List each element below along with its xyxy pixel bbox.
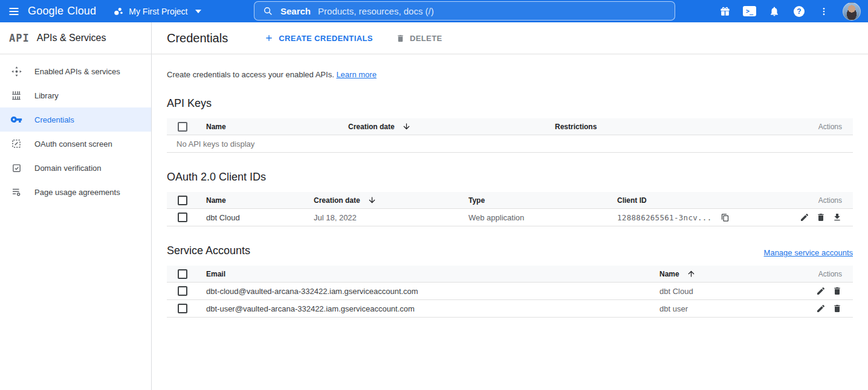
select-all-checkbox[interactable]	[178, 196, 187, 205]
delete-trash-icon[interactable]	[832, 286, 842, 296]
search-label: Search	[280, 6, 311, 16]
chevron-down-icon	[195, 10, 201, 13]
column-header-actions: Actions	[818, 196, 853, 205]
name-label: Name	[659, 270, 679, 278]
table-row: dbt-cloud@vaulted-arcana-332422.iam.gser…	[167, 283, 853, 300]
oauth-client-name: dbt Cloud	[206, 213, 314, 222]
sidebar-item-domain-verification[interactable]: Domain verification	[0, 156, 151, 180]
topbar-actions: >_ ?	[715, 0, 861, 22]
user-avatar[interactable]	[843, 2, 861, 21]
api-keys-table: Name Creation date Restrictions Actions …	[167, 118, 853, 153]
client-id-value: 128886265561-3ncv...	[617, 213, 712, 222]
column-header-name[interactable]: Name	[659, 269, 818, 278]
key-icon	[10, 113, 22, 126]
sidebar-item-label: Library	[34, 91, 59, 100]
oauth-clients-table: Name Creation date Type Client ID Action…	[167, 192, 853, 226]
consent-screen-icon	[10, 138, 22, 150]
agreements-icon	[10, 186, 22, 198]
sidebar-item-enabled-apis[interactable]: Enabled APIs & services	[0, 59, 151, 83]
api-keys-header-row: Name Creation date Restrictions Actions	[167, 118, 853, 135]
select-all-checkbox[interactable]	[178, 122, 187, 132]
project-switcher[interactable]: My First Project	[113, 6, 201, 17]
column-header-name[interactable]: Name	[206, 123, 348, 131]
gift-icon	[719, 5, 731, 17]
api-keys-empty-state: No API keys to display	[167, 135, 853, 153]
create-credentials-button[interactable]: CREATE CREDENTIALS	[264, 33, 373, 43]
hub-icon	[10, 65, 22, 77]
column-header-creation-date[interactable]: Creation date	[348, 122, 555, 131]
search-placeholder: Products, resources, docs (/)	[318, 6, 434, 16]
service-account-email: dbt-user@vaulted-arcana-332422.iam.gserv…	[206, 304, 659, 313]
row-checkbox[interactable]	[178, 304, 187, 313]
column-header-creation-date[interactable]: Creation date	[314, 196, 468, 205]
hamburger-menu-button[interactable]	[0, 0, 28, 22]
search-icon	[263, 6, 273, 16]
service-header: API APIs & Services	[0, 22, 152, 54]
edit-pencil-icon[interactable]	[816, 286, 826, 296]
notifications-bell-icon	[769, 6, 780, 17]
kebab-menu-icon	[819, 7, 829, 16]
create-credentials-label: CREATE CREDENTIALS	[279, 34, 373, 43]
sidebar-item-label: OAuth consent screen	[34, 139, 112, 149]
sidebar-item-oauth-consent[interactable]: OAuth consent screen	[0, 132, 151, 156]
sidebar-item-library[interactable]: Library	[0, 83, 151, 107]
column-header-actions: Actions	[818, 123, 853, 131]
logo-cloud-text: Cloud	[67, 5, 96, 18]
sort-asc-arrow-icon	[687, 269, 696, 278]
sort-desc-arrow-icon	[402, 122, 411, 131]
row-actions	[800, 213, 853, 222]
manage-service-accounts-link[interactable]: Manage service accounts	[764, 248, 853, 257]
free-trial-gift-button[interactable]	[715, 2, 734, 21]
row-actions	[816, 286, 853, 296]
sort-desc-arrow-icon	[368, 196, 377, 205]
sidebar-item-label: Domain verification	[34, 164, 102, 173]
service-accounts-heading: Service Accounts	[167, 245, 250, 257]
learn-more-link[interactable]: Learn more	[336, 70, 376, 79]
column-header-restrictions[interactable]: Restrictions	[555, 123, 818, 131]
column-header-name[interactable]: Name	[206, 196, 314, 205]
delete-button[interactable]: DELETE	[396, 34, 442, 43]
cloud-shell-icon: >_	[743, 6, 756, 16]
column-header-type[interactable]: Type	[468, 196, 617, 205]
column-header-email[interactable]: Email	[206, 270, 659, 278]
service-account-name: dbt Cloud	[659, 287, 816, 296]
copy-icon[interactable]	[721, 213, 730, 222]
oauth-client-creation-date: Jul 18, 2022	[314, 213, 468, 222]
delete-trash-icon[interactable]	[816, 213, 826, 222]
service-account-email: dbt-cloud@vaulted-arcana-332422.iam.gser…	[206, 287, 659, 296]
service-accounts-table: Email Name Actions dbt-cloud@vaulted-arc…	[167, 266, 853, 318]
secondary-header: API APIs & Services Credentials CREATE C…	[0, 22, 868, 54]
page-title: Credentials	[167, 31, 228, 45]
library-icon	[10, 89, 22, 101]
domain-verification-icon	[10, 162, 22, 174]
service-title: APIs & Services	[37, 33, 106, 43]
download-icon[interactable]	[832, 213, 842, 222]
api-service-logo: API	[9, 32, 30, 44]
project-name: My First Project	[129, 7, 187, 16]
api-keys-heading: API Keys	[167, 97, 853, 110]
edit-pencil-icon[interactable]	[816, 304, 826, 313]
oauth-clients-heading: OAuth 2.0 Client IDs	[167, 171, 853, 184]
page-header: Credentials CREATE CREDENTIALS DELETE	[152, 22, 868, 54]
edit-pencil-icon[interactable]	[800, 213, 809, 222]
hamburger-icon	[8, 5, 20, 18]
google-cloud-logo[interactable]: Google Cloud	[28, 5, 96, 18]
search-input[interactable]: Search Products, resources, docs (/)	[254, 1, 675, 21]
notifications-button[interactable]	[765, 2, 784, 21]
row-checkbox[interactable]	[178, 213, 187, 222]
sidebar-item-label: Enabled APIs & services	[34, 67, 120, 76]
column-header-client-id[interactable]: Client ID	[617, 196, 818, 205]
sidebar-nav: Enabled APIs & services Library Crede	[0, 54, 152, 390]
sidebar-item-credentials[interactable]: Credentials	[0, 107, 151, 132]
help-button[interactable]: ?	[789, 2, 809, 21]
help-icon: ?	[794, 6, 805, 17]
more-options-button[interactable]	[814, 2, 834, 21]
creation-date-label: Creation date	[348, 123, 395, 131]
select-all-checkbox[interactable]	[178, 269, 187, 279]
delete-trash-icon[interactable]	[832, 304, 842, 313]
oauth-client-type: Web application	[468, 213, 617, 222]
sidebar-item-label: Page usage agreements	[34, 188, 120, 197]
sidebar-item-page-usage-agreements[interactable]: Page usage agreements	[0, 180, 151, 204]
cloud-shell-button[interactable]: >_	[740, 2, 759, 21]
row-checkbox[interactable]	[178, 286, 187, 296]
